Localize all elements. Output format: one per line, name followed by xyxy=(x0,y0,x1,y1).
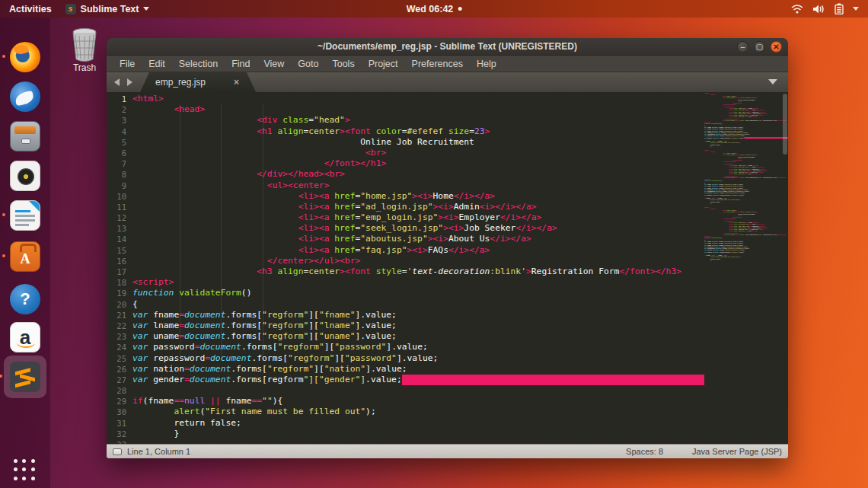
scrollbar[interactable] xyxy=(783,94,787,155)
code-lines[interactable]: 1<html>2 <head>3 <div class="head">4 <h1… xyxy=(107,92,704,444)
volume-icon xyxy=(812,4,825,14)
menu-view[interactable]: View xyxy=(257,59,291,69)
chevron-down-icon xyxy=(143,7,149,11)
maximize-button[interactable]: ▢ xyxy=(754,41,765,53)
minimap[interactable]: 1<html>2 <head>3 <div class="head">4 <h1… xyxy=(704,92,788,444)
sublime-app-icon: s xyxy=(65,4,76,14)
menu-tools[interactable]: Tools xyxy=(325,59,361,69)
top-bar: Activities s Sublime Text Wed 06:42 xyxy=(0,0,868,18)
dock-item-amazon[interactable]: a xyxy=(10,322,40,352)
caret-position: Line 1, Column 1 xyxy=(127,447,190,456)
dock: A ? a xyxy=(0,18,50,488)
trash-label: Trash xyxy=(64,62,105,73)
app-menu-button[interactable]: s Sublime Text xyxy=(65,4,150,14)
show-applications-button[interactable] xyxy=(14,459,37,482)
tab-bar: emp_reg.jsp × xyxy=(107,72,788,92)
menu-bar: File Edit Selection Find View Goto Tools… xyxy=(107,56,788,72)
amazon-icon: a xyxy=(10,322,40,352)
running-indicator xyxy=(2,254,5,257)
clock-label: Wed 06:42 xyxy=(407,4,454,14)
trash-icon xyxy=(69,27,100,62)
libreoffice-writer-icon xyxy=(10,200,40,231)
sublime-text-icon xyxy=(10,362,40,392)
menu-goto[interactable]: Goto xyxy=(291,59,325,69)
sublime-window: ~/Documents/emp_reg.jsp - Sublime Text (… xyxy=(107,38,788,458)
dock-item-help[interactable]: ? xyxy=(10,284,40,314)
clock-button[interactable]: Wed 06:42 xyxy=(407,4,462,14)
dock-item-firefox[interactable] xyxy=(10,42,40,72)
notification-dot-icon xyxy=(458,7,461,11)
tab-emp-reg-jsp[interactable]: emp_reg.jsp × xyxy=(140,72,256,92)
dock-item-files[interactable] xyxy=(10,121,40,152)
chevron-down-icon xyxy=(853,7,859,11)
tab-overflow-icon[interactable] xyxy=(768,79,777,85)
dock-item-libreoffice-writer[interactable] xyxy=(10,200,40,231)
tab-scroll-right-icon[interactable] xyxy=(127,78,132,86)
help-icon: ? xyxy=(10,284,40,314)
tab-scroll-left-icon[interactable] xyxy=(114,78,120,86)
thunderbird-icon xyxy=(10,81,40,112)
tab-close-icon[interactable]: × xyxy=(234,77,239,88)
window-title: ~/Documents/emp_reg.jsp - Sublime Text (… xyxy=(318,41,577,52)
status-bar: Line 1, Column 1 Spaces: 8 Java Server P… xyxy=(107,444,788,458)
trash-shortcut[interactable]: Trash xyxy=(64,27,105,73)
tab-label: emp_reg.jsp xyxy=(155,77,206,88)
firefox-icon xyxy=(10,42,40,72)
dock-item-rhythmbox[interactable] xyxy=(10,161,40,191)
editor-area[interactable]: 1<html>2 <head>3 <div class="head">4 <h1… xyxy=(107,92,788,444)
files-icon xyxy=(10,121,40,152)
running-indicator xyxy=(0,375,2,378)
menu-find[interactable]: Find xyxy=(225,59,257,69)
battery-icon xyxy=(834,3,844,14)
app-menu-label: Sublime Text xyxy=(81,4,139,14)
menu-project[interactable]: Project xyxy=(362,59,405,69)
minimize-button[interactable]: – xyxy=(737,41,748,53)
wifi-icon xyxy=(791,4,803,14)
menu-file[interactable]: File xyxy=(113,59,142,69)
rhythmbox-icon xyxy=(10,161,40,191)
dock-item-ubuntu-software[interactable]: A xyxy=(10,241,40,272)
running-indicator xyxy=(2,213,5,216)
activities-button[interactable]: Activities xyxy=(9,4,52,14)
indent-setting[interactable]: Spaces: 8 xyxy=(626,447,663,456)
dock-item-thunderbird[interactable] xyxy=(10,81,40,112)
menu-help[interactable]: Help xyxy=(470,59,503,69)
menu-preferences[interactable]: Preferences xyxy=(405,59,470,69)
running-indicator xyxy=(2,55,5,58)
syntax-name[interactable]: Java Server Page (JSP) xyxy=(692,447,782,456)
close-button[interactable]: ✕ xyxy=(771,41,782,53)
menu-edit[interactable]: Edit xyxy=(142,59,172,69)
dock-item-sublime-text[interactable] xyxy=(10,362,40,392)
vcs-panel-icon[interactable] xyxy=(113,448,122,455)
ubuntu-software-icon: A xyxy=(10,241,40,272)
system-tray[interactable] xyxy=(791,3,868,14)
window-titlebar[interactable]: ~/Documents/emp_reg.jsp - Sublime Text (… xyxy=(107,38,788,56)
menu-selection[interactable]: Selection xyxy=(172,59,225,69)
